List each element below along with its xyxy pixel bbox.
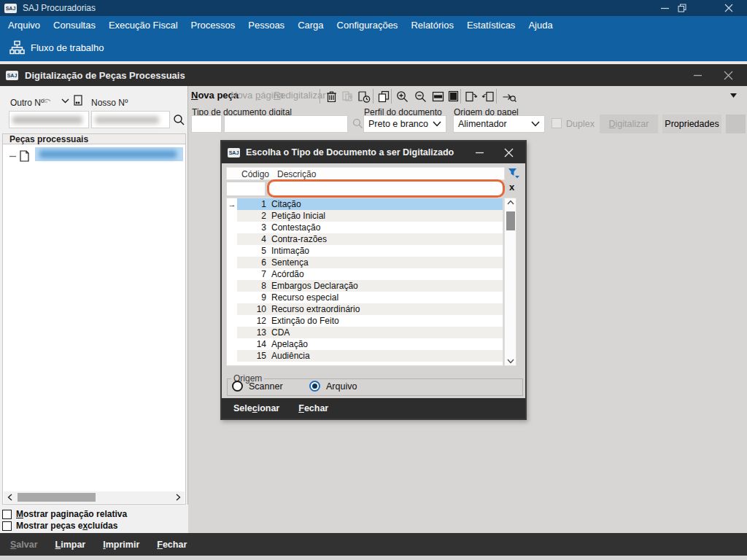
document-type-row[interactable]: 5Intimação: [227, 245, 503, 257]
document-type-row[interactable]: 2Petição Inicial: [227, 210, 503, 222]
menu-carga[interactable]: Carga: [291, 16, 330, 34]
toolbar-overflow-icon[interactable]: [730, 93, 737, 98]
radio-selected-icon[interactable]: [309, 381, 320, 392]
next-page-icon[interactable]: [463, 88, 479, 105]
restore-icon[interactable]: [670, 0, 694, 16]
scroll-down-icon[interactable]: [505, 359, 516, 364]
dialog-minimize-icon[interactable]: [467, 141, 492, 163]
document-type-row[interactable]: 6Sentença: [227, 257, 503, 268]
menu-configurações[interactable]: Configurações: [330, 16, 405, 34]
document-type-row[interactable]: 4Contra-razões: [227, 233, 503, 245]
selected-piece-highlight[interactable]: [35, 147, 183, 161]
document-type-row[interactable]: 15Audiência: [227, 350, 503, 362]
close-icon[interactable]: [716, 0, 741, 16]
inner-minimize-icon[interactable]: [684, 64, 711, 86]
codigo-column-header[interactable]: Código: [241, 169, 269, 179]
row-description: Acórdão: [271, 269, 304, 279]
imprimir-button[interactable]: Imprimir: [103, 540, 139, 550]
scroll-up-icon[interactable]: [505, 200, 516, 205]
undo-icon[interactable]: [42, 96, 53, 106]
row-description: Recurso especial: [271, 292, 338, 303]
row-gutter: [227, 303, 237, 315]
tipo-documento-descricao-input[interactable]: [224, 115, 348, 133]
fechar-button[interactable]: Fechar: [157, 540, 187, 550]
scroll-left-icon[interactable]: [4, 491, 16, 503]
menu-ajuda[interactable]: Ajuda: [522, 16, 559, 34]
redigitalizar-button[interactable]: Redigitalizar: [274, 90, 326, 101]
document-type-row[interactable]: 12Extinção do Feito: [227, 315, 503, 327]
menu-relatórios[interactable]: Relatórios: [404, 16, 460, 34]
tree-item[interactable]: [9, 150, 29, 162]
row-code: 13: [237, 327, 266, 338]
note-icon[interactable]: [74, 95, 82, 106]
zoom-in-icon[interactable]: [394, 88, 410, 105]
document-type-row[interactable]: →1Citação: [227, 198, 503, 210]
duplex-checkbox[interactable]: [551, 118, 562, 128]
workflow-button[interactable]: Fluxo de trabalho: [9, 40, 104, 55]
chevron-down-icon: [433, 121, 441, 127]
scrollbar-thumb[interactable]: [506, 211, 515, 230]
menu-pessoas[interactable]: Pessoas: [241, 16, 291, 34]
salvar-button[interactable]: Salvar: [10, 540, 38, 550]
fit-width-icon[interactable]: [430, 88, 446, 105]
collapse-icon[interactable]: [9, 152, 17, 160]
scan-history-icon[interactable]: [356, 88, 372, 105]
dialog-footer: Selecionar Fechar: [222, 398, 525, 419]
menu-estatísticas[interactable]: Estatísticas: [460, 16, 522, 34]
radio-icon[interactable]: [232, 381, 243, 392]
propriedades-button[interactable]: Propriedades: [662, 114, 721, 133]
document-type-row[interactable]: 3Contestação: [227, 222, 503, 233]
dialog-fechar-button[interactable]: Fechar: [298, 403, 328, 413]
codigo-filter-input[interactable]: [226, 182, 266, 196]
digitalizar-button[interactable]: Digitalizar: [600, 114, 658, 133]
clear-filter-button[interactable]: x: [509, 182, 519, 192]
workflow-icon: [9, 40, 25, 55]
app-titlebar: SAJ SAJ Procuradorias: [0, 0, 747, 16]
limpar-button[interactable]: Limpar: [55, 540, 86, 550]
document-type-row[interactable]: 7Acórdão: [227, 268, 503, 280]
radio-scanner[interactable]: Scanner: [232, 381, 283, 392]
menu-execução-fiscal[interactable]: Execução Fiscal: [102, 16, 185, 34]
inner-close-icon[interactable]: [715, 64, 741, 86]
origem-papel-select[interactable]: Alimentador: [453, 115, 545, 133]
delete-icon[interactable]: [323, 88, 339, 105]
checkbox-icon[interactable]: [2, 521, 12, 531]
document-type-row[interactable]: 9Recurso especial: [227, 292, 503, 303]
lookup-search-icon[interactable]: [352, 118, 363, 129]
document-type-row[interactable]: 10Recurso extraordinário: [227, 303, 503, 315]
previous-page-icon[interactable]: [480, 88, 496, 105]
scroll-right-icon[interactable]: [172, 491, 185, 503]
dialog-close-icon[interactable]: [496, 141, 521, 163]
zoom-out-icon[interactable]: [412, 88, 428, 105]
move-page-icon[interactable]: [339, 88, 355, 105]
scrollbar-thumb[interactable]: [18, 493, 96, 502]
checkbox-mostrar-paginacao[interactable]: Mostrar paginação relativa: [2, 509, 127, 519]
document-type-row[interactable]: 8Embargos Declaração: [227, 280, 503, 292]
horizontal-scrollbar[interactable]: [4, 491, 185, 503]
nosso-numero-input[interactable]: [91, 111, 170, 128]
menu-consultas[interactable]: Consultas: [47, 16, 102, 34]
tipo-documento-codigo-input[interactable]: [191, 115, 222, 133]
menu-processos[interactable]: Processos: [185, 16, 242, 34]
menu-arquivo[interactable]: Arquivo: [1, 16, 47, 34]
radio-label: Scanner: [249, 381, 283, 392]
copy-piece-icon[interactable]: [376, 88, 392, 105]
filter-icon[interactable]: [507, 167, 522, 182]
checkbox-mostrar-excluidas[interactable]: Mostrar peças excluídas: [2, 521, 117, 531]
extra-button[interactable]: [726, 114, 746, 133]
radio-arquivo[interactable]: Arquivo: [309, 381, 357, 392]
descricao-filter-input[interactable]: [267, 179, 505, 198]
search-icon[interactable]: [173, 114, 185, 126]
row-gutter: [227, 338, 237, 350]
outro-numero-input[interactable]: [9, 111, 89, 128]
checkbox-icon[interactable]: [2, 510, 12, 519]
document-type-row[interactable]: 13CDA: [227, 327, 503, 338]
perfil-documento-select[interactable]: Preto e branco: [363, 115, 446, 133]
chevron-down-icon[interactable]: [61, 98, 69, 104]
send-to-search-icon[interactable]: [500, 88, 519, 105]
document-type-row[interactable]: 14Apelação: [227, 338, 503, 350]
selecionar-button[interactable]: Selecionar: [233, 403, 279, 413]
fit-page-icon[interactable]: [445, 88, 461, 105]
descricao-column-header[interactable]: Descrição: [277, 169, 316, 179]
vertical-scrollbar[interactable]: [504, 198, 516, 366]
